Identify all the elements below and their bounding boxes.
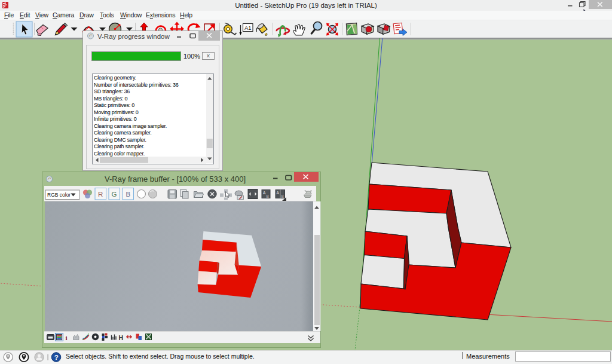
svg-text:RGB color: RGB color [47, 192, 71, 198]
svg-text:G: G [112, 191, 117, 198]
svg-text:A: A [263, 191, 266, 195]
svg-text:A: A [277, 191, 280, 195]
svg-text:R: R [98, 191, 103, 198]
svg-text:B: B [267, 194, 269, 198]
svg-text:B: B [281, 194, 284, 198]
svg-text:B: B [126, 191, 131, 198]
svg-text:A1: A1 [244, 25, 252, 31]
svg-text:i: i [66, 334, 68, 341]
svg-text:?: ? [54, 354, 59, 361]
svg-text:H: H [119, 334, 124, 341]
